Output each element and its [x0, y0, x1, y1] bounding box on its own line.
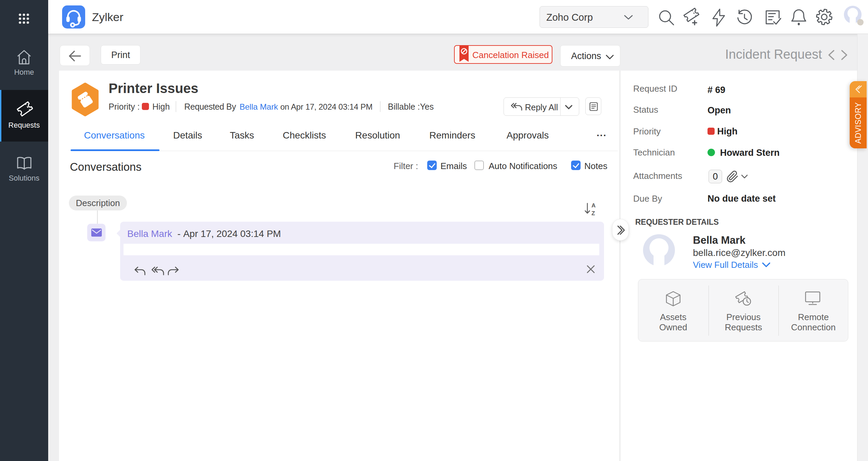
svg-text:A: A	[591, 202, 596, 209]
svg-text:Z: Z	[591, 210, 595, 216]
